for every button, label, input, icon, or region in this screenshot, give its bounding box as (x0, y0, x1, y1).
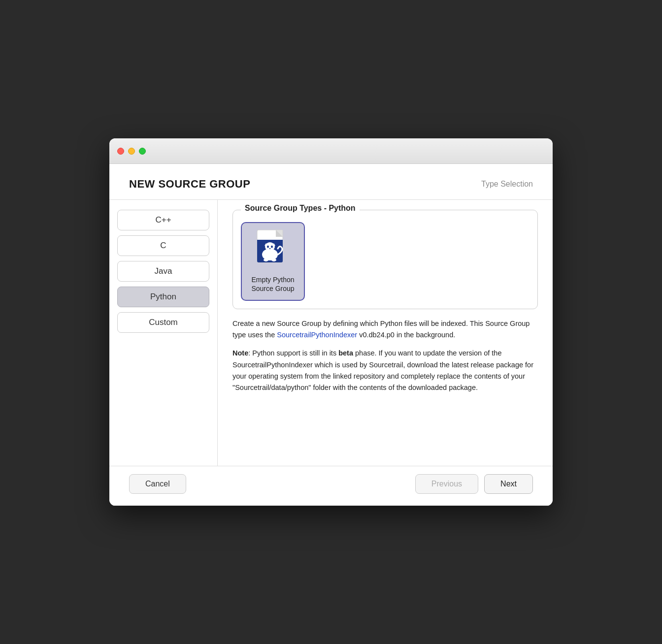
python-file-icon (255, 229, 291, 270)
description-area: Create a new Source Group by defining wh… (232, 318, 538, 393)
section-box-title: Source Group Types - Python (241, 204, 360, 213)
footer-left: Cancel (129, 474, 186, 494)
previous-button[interactable]: Previous (415, 474, 478, 494)
note-text: : Python support is still in its (248, 349, 338, 357)
dialog-body: C++ C Java Python Custom Source Group Ty… (109, 200, 553, 466)
main-window: NEW SOURCE GROUP Type Selection C++ C Ja… (109, 138, 553, 506)
footer-right: Previous Next (415, 474, 533, 494)
sidebar-item-custom[interactable]: Custom (117, 312, 209, 333)
source-group-grid: Empty PythonSource Group (241, 218, 530, 301)
empty-python-card[interactable]: Empty PythonSource Group (241, 222, 305, 301)
dialog-title: NEW SOURCE GROUP (129, 178, 250, 191)
dialog-subtitle: Type Selection (481, 180, 533, 189)
beta-label: beta (338, 349, 353, 357)
source-group-types-section: Source Group Types - Python (232, 210, 538, 309)
svg-point-10 (271, 245, 273, 248)
titlebar (109, 138, 553, 164)
sidebar-item-c[interactable]: C (117, 235, 209, 256)
desc-text-2: v0.db24.p0 in the background. (357, 331, 455, 339)
sidebar: C++ C Java Python Custom (109, 200, 218, 466)
dialog-footer: Cancel Previous Next (109, 466, 553, 506)
cancel-button[interactable]: Cancel (129, 474, 186, 494)
empty-python-card-label: Empty PythonSource Group (251, 275, 294, 293)
sidebar-item-python[interactable]: Python (117, 287, 209, 307)
minimize-button[interactable] (128, 148, 135, 155)
sidebar-item-cpp[interactable]: C++ (117, 210, 209, 230)
svg-point-12 (264, 258, 268, 261)
svg-point-6 (265, 242, 275, 251)
maximize-button[interactable] (139, 148, 146, 155)
sourcetrail-python-indexer-link[interactable]: SourcetrailPythonIndexer (277, 331, 357, 339)
main-content: Source Group Types - Python (218, 200, 553, 466)
next-button[interactable]: Next (484, 474, 533, 494)
window-content: NEW SOURCE GROUP Type Selection C++ C Ja… (109, 164, 553, 506)
svg-point-9 (267, 245, 269, 248)
description-paragraph-1: Create a new Source Group by defining wh… (232, 318, 538, 341)
close-button[interactable] (117, 148, 124, 155)
svg-point-13 (271, 258, 276, 261)
sidebar-item-java[interactable]: Java (117, 261, 209, 282)
dialog-header: NEW SOURCE GROUP Type Selection (109, 164, 553, 200)
traffic-lights (117, 148, 146, 155)
description-paragraph-2: Note: Python support is still in its bet… (232, 348, 538, 393)
svg-point-11 (269, 248, 271, 249)
note-label: Note (232, 349, 248, 357)
